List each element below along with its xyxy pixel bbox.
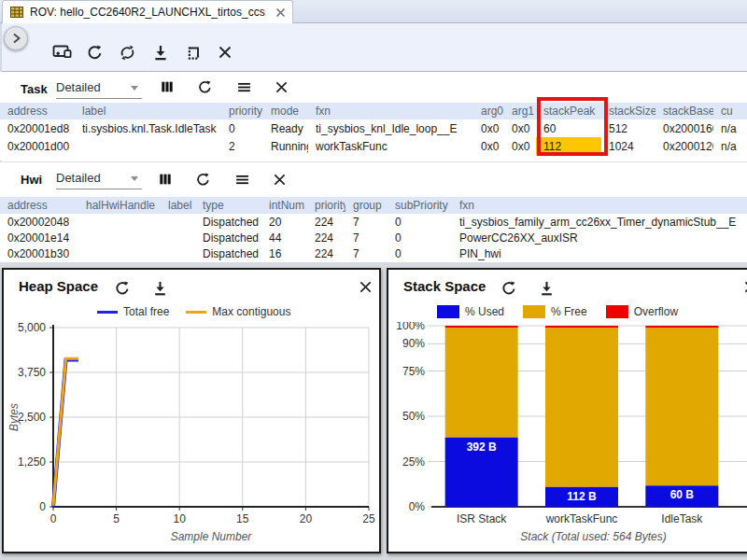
col-header[interactable]: label bbox=[161, 197, 195, 214]
hwi-table: address halHwiHandle label type intNum p… bbox=[0, 197, 747, 261]
col-header[interactable]: fxn bbox=[452, 197, 747, 214]
heap-panel-title: Heap Space bbox=[19, 278, 98, 294]
hwi-header-row: address halHwiHandle label type intNum p… bbox=[0, 197, 747, 214]
stack-space-panel: Stack Space % Used% FreeOverflow 0%25%50… bbox=[387, 268, 747, 553]
svg-text:3,750: 3,750 bbox=[18, 366, 46, 379]
sync-icon[interactable] bbox=[118, 43, 136, 62]
tab-close-icon[interactable] bbox=[274, 6, 287, 19]
menu-icon[interactable] bbox=[233, 171, 250, 188]
grid-table-icon bbox=[10, 7, 23, 18]
table-row: 0x20001ed8ti.sysbios.knl.Task.IdleTask0R… bbox=[0, 119, 747, 137]
download-icon[interactable] bbox=[538, 280, 555, 297]
table-row: 0x20001e14Dispatched4422470PowerCC26XX_a… bbox=[0, 230, 747, 245]
columns-icon[interactable] bbox=[159, 78, 176, 95]
task-view-value: Detailed bbox=[56, 80, 101, 94]
close-icon[interactable] bbox=[273, 78, 289, 95]
svg-text:100%: 100% bbox=[396, 322, 425, 332]
svg-text:10: 10 bbox=[174, 512, 187, 525]
svg-text:Stack (Total used: 564 Bytes): Stack (Total used: 564 Bytes) bbox=[520, 530, 666, 543]
svg-text:0: 0 bbox=[50, 512, 57, 525]
menu-icon[interactable] bbox=[235, 78, 252, 95]
legend-swatch-icon bbox=[437, 305, 459, 318]
svg-text:75%: 75% bbox=[402, 365, 425, 378]
heap-space-panel: Heap Space Total freeMax contiguous 01,2… bbox=[2, 268, 381, 553]
bar-free-2 bbox=[645, 328, 718, 485]
legend-item: Total free bbox=[97, 305, 169, 318]
col-header[interactable]: type bbox=[195, 197, 261, 214]
close-icon[interactable] bbox=[741, 278, 747, 295]
stack-panel-title: Stack Space bbox=[403, 278, 486, 294]
col-header[interactable]: priority bbox=[307, 197, 345, 214]
detach-view-icon[interactable] bbox=[183, 43, 202, 62]
main-toolbar bbox=[0, 23, 747, 72]
svg-text:60 B: 60 B bbox=[670, 488, 695, 501]
close-icon[interactable] bbox=[216, 43, 234, 62]
download-icon[interactable] bbox=[151, 43, 170, 62]
col-header[interactable]: priority bbox=[221, 103, 263, 119]
col-header[interactable]: mode bbox=[263, 103, 308, 119]
task-header-row: address label priority mode fxn arg0 arg… bbox=[0, 103, 747, 119]
task-view-select[interactable]: Detailed bbox=[56, 80, 142, 99]
table-row: 0x20001d002RunningworkTaskFunc0x00x01121… bbox=[0, 137, 747, 155]
table-row: 0x20002048Dispatched2022470ti_sysbios_fa… bbox=[0, 214, 747, 230]
col-header[interactable]: subPriority bbox=[388, 197, 452, 214]
svg-text:25%: 25% bbox=[402, 455, 425, 469]
hwi-section-title: Hwi bbox=[21, 173, 42, 187]
col-header[interactable]: cu bbox=[713, 103, 747, 119]
refresh-icon[interactable] bbox=[196, 78, 213, 95]
legend-label: % Used bbox=[465, 305, 504, 318]
legend-item: Max contiguous bbox=[186, 305, 290, 318]
heap-chart: 01,2502,5003,7505,0000510152025BytesSamp… bbox=[5, 322, 380, 548]
heap-legend: Total freeMax contiguous bbox=[4, 305, 379, 318]
col-header[interactable]: address bbox=[0, 103, 75, 119]
legend-swatch-icon bbox=[97, 311, 118, 314]
svg-text:IdleTask: IdleTask bbox=[661, 512, 703, 525]
legend-label: % Free bbox=[551, 305, 587, 318]
tab-title: ROV: hello_CC2640R2_LAUNCHXL_tirtos_ccs.… bbox=[30, 6, 266, 19]
line-series-0 bbox=[53, 360, 78, 507]
download-icon[interactable] bbox=[151, 280, 168, 297]
chevron-down-icon bbox=[131, 176, 138, 181]
svg-text:20: 20 bbox=[300, 512, 313, 525]
close-icon[interactable] bbox=[357, 278, 374, 295]
col-header[interactable]: arg0 bbox=[473, 103, 504, 119]
col-header[interactable]: label bbox=[75, 103, 221, 119]
close-icon[interactable] bbox=[271, 171, 288, 188]
legend-swatch-icon bbox=[523, 305, 545, 318]
svg-text:0%: 0% bbox=[409, 500, 426, 513]
legend-item: Overflow bbox=[606, 305, 678, 318]
bar-overflow-2 bbox=[645, 326, 718, 328]
refresh-icon[interactable] bbox=[194, 171, 211, 188]
col-header[interactable]: stackBase bbox=[655, 103, 713, 119]
svg-text:392 B: 392 B bbox=[467, 441, 497, 454]
col-header[interactable]: group bbox=[345, 197, 388, 214]
svg-text:Bytes: Bytes bbox=[7, 403, 21, 431]
hwi-view-value: Detailed bbox=[56, 171, 101, 185]
tab-bar: ROV: hello_CC2640R2_LAUNCHXL_tirtos_ccs.… bbox=[0, 0, 747, 23]
legend-label: Total free bbox=[123, 305, 169, 318]
col-header[interactable]: halHwiHandle bbox=[78, 197, 161, 214]
connect-device-icon[interactable] bbox=[51, 43, 74, 62]
expand-chevron-button[interactable] bbox=[4, 26, 28, 50]
refresh-icon[interactable] bbox=[500, 280, 517, 297]
svg-text:1,250: 1,250 bbox=[18, 455, 46, 469]
legend-swatch-icon bbox=[606, 305, 628, 318]
legend-item: % Used bbox=[437, 305, 504, 318]
highlighted-cell: 112 bbox=[536, 137, 601, 155]
bar-overflow-0 bbox=[445, 326, 518, 328]
tab-rov[interactable]: ROV: hello_CC2640R2_LAUNCHXL_tirtos_ccs.… bbox=[2, 0, 293, 23]
bar-free-0 bbox=[445, 328, 518, 437]
stack-chart: 0%25%50%75%90%100%392 BISR Stack112 Bwor… bbox=[389, 322, 747, 548]
svg-text:5,000: 5,000 bbox=[18, 322, 46, 334]
col-header[interactable]: fxn bbox=[308, 103, 473, 119]
hwi-section: Hwi Detailed address halHwiHandle label … bbox=[0, 161, 747, 262]
refresh-icon[interactable] bbox=[85, 43, 104, 62]
col-header[interactable]: address bbox=[0, 197, 78, 214]
col-header[interactable]: stackSize bbox=[601, 103, 655, 119]
col-header-stackpeak[interactable]: stackPeak bbox=[536, 103, 601, 119]
columns-icon[interactable] bbox=[157, 171, 174, 188]
col-header[interactable]: arg1 bbox=[504, 103, 536, 119]
refresh-icon[interactable] bbox=[114, 280, 131, 297]
hwi-view-select[interactable]: Detailed bbox=[56, 171, 142, 189]
col-header[interactable]: intNum bbox=[261, 197, 307, 214]
